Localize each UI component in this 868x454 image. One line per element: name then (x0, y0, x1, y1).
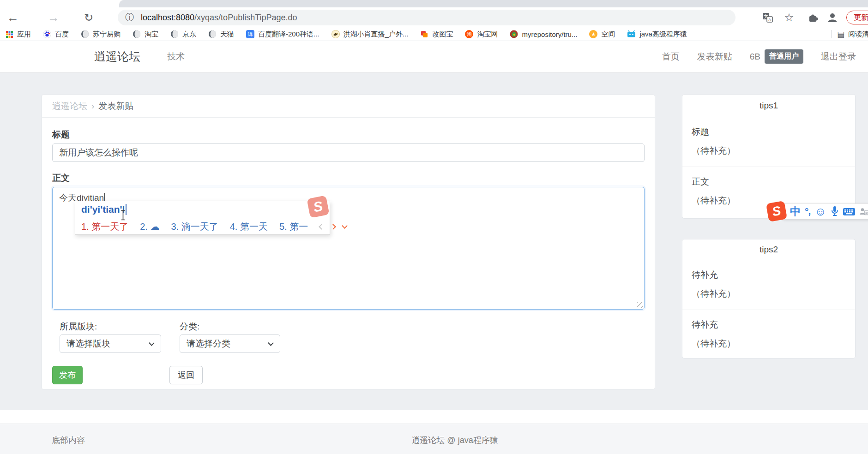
emoji-icon[interactable]: ☺ (814, 205, 826, 218)
tips-item-value: （待补充） (692, 288, 846, 300)
publish-button[interactable]: 发布 (52, 366, 83, 384)
reading-list-label: 阅读清单 (848, 30, 868, 39)
orange-squares-icon (420, 30, 428, 38)
bookmark-apps[interactable]: 应用 (6, 30, 31, 39)
microphone-icon[interactable] (831, 206, 839, 217)
bookmark-gaitubao[interactable]: 改图宝 (420, 30, 453, 39)
list-item: 待补充 （待补充） (682, 260, 855, 310)
bookmark-honghu-live[interactable]: 洪湖小肖直播_户外... (332, 30, 409, 39)
user-role-badge: 普通用户 (765, 49, 803, 64)
bookmark-myrepository[interactable]: myrepository/tru... (510, 30, 577, 38)
address-bar[interactable]: ⓘ localhost:8080/xyqas/toPublishTipPage.… (118, 10, 735, 25)
nav-item-tech[interactable]: 技术 (167, 51, 185, 63)
nav-item-new-post[interactable]: 发表新贴 (697, 51, 732, 63)
sogou-logo-icon[interactable]: S (766, 201, 787, 222)
board-select[interactable]: 请选择版块 (60, 335, 161, 353)
tips1-card: tips1 标题 （待补充） 正文 （待补充） (682, 94, 856, 219)
chevron-left-icon[interactable] (319, 224, 325, 230)
tab-strip-background (119, 0, 868, 7)
ime-candidate-3[interactable]: 3. 滴一天了 (171, 221, 218, 233)
form-actions: 发布 返回 (52, 366, 645, 384)
user-info[interactable]: 6B 普通用户 (750, 49, 803, 64)
textarea-resize-handle[interactable] (637, 302, 643, 308)
category-select[interactable]: 请选择分类 (180, 335, 280, 353)
breadcrumb-separator: › (91, 101, 94, 111)
tips-item-heading: 待补充 (692, 269, 846, 281)
site-footer: 底部内容 逍遥论坛 @ java程序猿 (0, 424, 868, 454)
bookmark-label: 苏宁易购 (93, 30, 121, 39)
ime-candidates-row: 1. 第一天了 2. ☁ 3. 滴一天了 4. 第一天 5. 第一 (75, 218, 330, 235)
bookmark-qzone[interactable]: ★ 空间 (589, 30, 615, 39)
translate-glyph: 文 A (762, 12, 773, 23)
username: 6B (750, 52, 760, 62)
bird-icon (332, 30, 340, 38)
footer-center-text: 逍遥论坛 @ java程序猿 (411, 435, 498, 446)
list-item: 待补充 （待补充） (682, 310, 855, 358)
bookmark-label: 应用 (17, 30, 31, 39)
keyboard-icon[interactable] (843, 207, 855, 216)
breadcrumb-root[interactable]: 逍遥论坛 (52, 100, 87, 112)
bookmark-taobao[interactable]: 淘宝 (133, 30, 158, 39)
site-brand[interactable]: 逍遥论坛 (94, 49, 140, 64)
ime-candidate-2[interactable]: 2. ☁ (140, 221, 159, 232)
url-path: /xyqas/toPublishTipPage.do (194, 13, 297, 22)
chrome-update-button[interactable]: 更新 (846, 11, 868, 24)
category-label: 分类: (180, 321, 280, 332)
bilibili-tv-icon (627, 30, 636, 38)
tips-item-heading: 标题 (692, 126, 846, 138)
breadcrumb: 逍遥论坛 › 发表新贴 (42, 95, 655, 118)
extensions-puzzle-icon[interactable] (803, 7, 823, 28)
url-host: localhost:8080 (141, 13, 194, 22)
bookmark-java-programmer[interactable]: java高级程序猿 (627, 30, 687, 39)
globe-icon (170, 30, 179, 38)
tips-item-heading: 正文 (692, 176, 846, 188)
punctuation-icon[interactable]: °, (805, 206, 810, 217)
qzone-star-icon: ★ (589, 30, 597, 38)
tips2-title: tips2 (682, 239, 855, 260)
cn-mode-icon[interactable]: 中 (790, 204, 801, 219)
bookmark-label: 洪湖小肖直播_户外... (344, 30, 409, 39)
ime-paging-controls (319, 225, 347, 229)
taobao-icon: 淘 (465, 30, 473, 38)
reading-list-button[interactable]: ▤ 阅读清单 (831, 30, 868, 39)
bookmark-tmall[interactable]: 天猫 (208, 30, 234, 39)
bookmark-jd[interactable]: 京东 (170, 30, 196, 39)
title-input[interactable] (52, 143, 645, 162)
ime-candidate-4[interactable]: 4. 第一天 (230, 221, 268, 233)
chevron-right-icon[interactable] (330, 224, 336, 230)
board-label: 所属版块: (60, 321, 161, 332)
tips-item-value: （待补充） (692, 338, 846, 350)
profile-avatar-icon[interactable] (823, 7, 842, 28)
tips2-card: tips2 待补充 （待补充） 待补充 （待补充） (682, 239, 856, 358)
bookmark-taobao-site[interactable]: 淘 淘宝网 (465, 30, 498, 39)
bookmark-baidu-translate[interactable]: 译 百度翻译-200种语... (246, 30, 319, 39)
site-info-icon[interactable]: ⓘ (125, 12, 134, 24)
bookmark-suning[interactable]: 苏宁易购 (81, 30, 121, 39)
site-navbar: 逍遥论坛 技术 首页 发表新贴 6B 普通用户 退出登录 (0, 41, 868, 72)
profile-card-icon[interactable] (859, 207, 868, 216)
navbar-right: 首页 发表新贴 6B 普通用户 退出登录 (662, 49, 856, 64)
nav-item-home[interactable]: 首页 (662, 51, 680, 63)
globe-icon (81, 30, 89, 38)
browser-window: ← → ↻ ⓘ localhost:8080/xyqas/toPublishTi… (0, 0, 868, 454)
reload-icon[interactable]: ↻ (79, 7, 98, 28)
footer-left-text: 底部内容 (52, 435, 85, 446)
nav-item-logout[interactable]: 退出登录 (821, 51, 856, 63)
sogou-ime-toolbar: S 中 °, ☺ (767, 202, 868, 221)
globe-icon (133, 30, 141, 38)
back-button[interactable]: 返回 (169, 366, 203, 384)
back-icon[interactable]: ← (4, 7, 22, 28)
translate-icon[interactable]: 文 A (758, 7, 778, 28)
sogou-logo-icon: S (307, 195, 329, 218)
url-text[interactable]: localhost:8080/xyqas/toPublishTipPage.do (141, 13, 297, 23)
bookmark-baidu[interactable]: 百度 (43, 30, 69, 39)
publish-post-card: 逍遥论坛 › 发表新贴 标题 正文 今天diyitian 所属版块: 请选择版块 (42, 94, 655, 390)
ime-composition-text: di'yi'tian'l (81, 204, 125, 215)
ime-candidate-5[interactable]: 5. 第一 (279, 221, 308, 233)
bookmark-star-icon[interactable]: ☆ (779, 7, 799, 28)
forward-icon[interactable]: → (44, 7, 63, 28)
selects-row: 所属版块: 请选择版块 分类: 请选择分类 (52, 321, 645, 353)
bookmark-label: 空间 (601, 30, 615, 39)
bookmarks-divider (831, 30, 832, 38)
tips-item-heading: 待补充 (692, 319, 846, 331)
